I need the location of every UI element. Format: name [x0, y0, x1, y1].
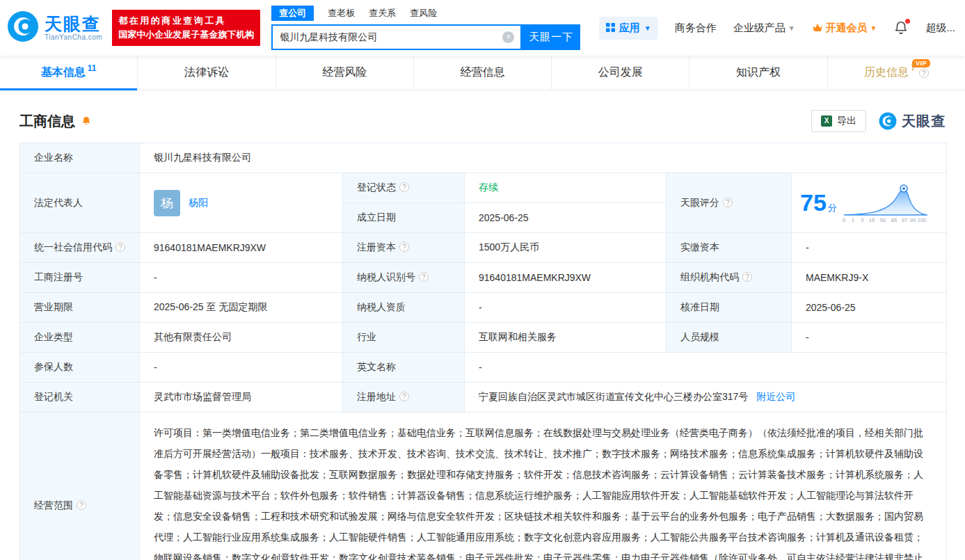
- field-label-company-type: 企业类型: [20, 323, 140, 353]
- field-label-reg-capital: 注册资本?: [343, 233, 465, 263]
- apps-grid-icon: [606, 22, 615, 34]
- help-icon[interactable]: ?: [399, 182, 409, 192]
- svg-text:1: 1: [852, 217, 854, 223]
- field-value-org-code: MAEMKRJ9-X: [792, 263, 947, 293]
- nav-open-vip[interactable]: 开通会员 ▼: [812, 22, 877, 35]
- field-value-company-type: 其他有限责任公司: [140, 323, 343, 353]
- table-row: 登记机关 灵武市市场监督管理局 注册地址? 宁夏回族自治区灵武市城区街道宣传文化…: [20, 383, 947, 413]
- field-value-taxpayer-quality: -: [465, 293, 667, 323]
- export-button[interactable]: X 导出: [811, 110, 866, 132]
- search-tab-relation[interactable]: 查关系: [369, 7, 396, 19]
- help-icon[interactable]: ?: [419, 272, 429, 282]
- notification-red-dot: [905, 19, 910, 24]
- field-label-approval-date: 核准日期: [667, 293, 792, 323]
- svg-text:50: 50: [880, 217, 886, 223]
- search-input[interactable]: [273, 26, 520, 49]
- legal-rep-link[interactable]: 杨阳: [189, 197, 208, 209]
- tianyancha-logo-icon: [7, 10, 39, 45]
- field-label-business-scope: 经营范围?: [20, 413, 140, 560]
- field-label-org-code: 组织机构代码?: [667, 263, 792, 293]
- field-label-reg-address: 注册地址?: [343, 383, 465, 413]
- field-label-reg-authority: 登记机关: [20, 383, 140, 413]
- field-label-legal-rep: 法定代表人: [20, 173, 140, 233]
- logo-title: 天眼查: [45, 15, 102, 34]
- top-nav: 应用 ▼ 商务合作 企业级产品 ▼ 开通会员 ▼ 超级...: [599, 17, 955, 40]
- crown-icon: [812, 22, 823, 34]
- tab-company-development[interactable]: 公司发展: [552, 56, 689, 90]
- excel-icon: X: [821, 115, 832, 127]
- field-label-credit-code: 统一社会信用代码?: [20, 233, 140, 263]
- field-value-english-name: -: [465, 353, 947, 383]
- chevron-down-icon: ▼: [788, 24, 795, 32]
- nav-super-vip[interactable]: 超级...: [925, 22, 955, 35]
- table-row: 经营范围? 许可项目：第一类增值电信业务；第二类增值电信业务；基础电信业务；互联…: [20, 413, 947, 560]
- search-tab-boss[interactable]: 查老板: [328, 7, 355, 19]
- help-icon[interactable]: ?: [742, 272, 752, 282]
- svg-text:0: 0: [843, 217, 845, 223]
- help-icon[interactable]: ?: [399, 392, 409, 401]
- field-label-taxpayer-id: 纳税人识别号?: [343, 263, 465, 293]
- help-icon[interactable]: ?: [399, 242, 409, 252]
- nav-business-cooperation[interactable]: 商务合作: [675, 22, 717, 35]
- tab-operation-info[interactable]: 经营信息: [414, 56, 552, 90]
- logo-subtitle: TianYanCha.com: [45, 33, 102, 41]
- tianyancha-logo[interactable]: 天眼查 TianYanCha.com: [7, 10, 102, 45]
- help-icon[interactable]: ?: [77, 500, 86, 510]
- nearby-companies-link[interactable]: 附近公司: [756, 391, 795, 402]
- apps-menu-button[interactable]: 应用 ▼: [599, 17, 658, 40]
- field-value-insured-count: -: [140, 353, 343, 383]
- company-detail-tabs: 基本信息11 法律诉讼 经营风险 经营信息 公司发展 知识产权 VIP 历史信息…: [0, 56, 965, 90]
- field-value-reg-capital: 1500万人民币: [465, 233, 667, 263]
- watermark-logo-text: 天眼查: [902, 112, 946, 131]
- svg-text:97: 97: [902, 217, 907, 223]
- legal-rep-avatar[interactable]: 杨: [154, 190, 180, 216]
- score-distribution-chart: 0 1 3 15 50 85 97 99 100: [841, 183, 930, 223]
- tab-basic-info[interactable]: 基本信息11: [0, 56, 138, 90]
- status-badge: 存续: [479, 182, 498, 193]
- slogan-badge: 都在用的商业查询工具 国家中小企业发展子基金旗下机构: [112, 10, 260, 46]
- svg-text:85: 85: [891, 217, 897, 223]
- help-icon[interactable]: ?: [723, 198, 733, 207]
- score-value: 75分: [800, 189, 837, 216]
- table-row: 工商注册号 - 纳税人识别号? 91640181MAEMKRJ9XW 组织机构代…: [20, 263, 947, 293]
- field-label-taxpayer-quality: 纳税人资质: [343, 293, 465, 323]
- subscribe-bell-icon[interactable]: [81, 115, 92, 127]
- table-row: 企业名称 银川九星科技有限公司: [20, 143, 947, 173]
- search-tab-company[interactable]: 查公司: [271, 6, 314, 21]
- chevron-down-icon: ▼: [644, 24, 651, 32]
- slogan-line1: 都在用的商业查询工具: [118, 14, 254, 28]
- tab-intellectual-property[interactable]: 知识产权: [689, 56, 827, 90]
- tianyancha-watermark-logo: 天眼查: [879, 112, 946, 131]
- tab-operation-risk[interactable]: 经营风险: [276, 56, 414, 90]
- search-tabs: 查公司 查老板 查关系 查风险: [271, 6, 580, 21]
- field-value-reg-number: -: [140, 263, 343, 293]
- search-input-wrap: ×: [271, 24, 522, 50]
- field-value-staff-size: -: [792, 323, 947, 353]
- field-label-english-name: 英文名称: [343, 353, 465, 383]
- table-row: 法定代表人 杨 杨阳 登记状态? 存续 天眼评分? 75分: [20, 173, 947, 203]
- help-icon[interactable]: ?: [919, 68, 929, 78]
- slogan-line2: 国家中小企业发展子基金旗下机构: [118, 28, 254, 42]
- business-info-table: 企业名称 银川九星科技有限公司 法定代表人 杨 杨阳 登记状态? 存续 天眼评分…: [19, 143, 947, 560]
- field-value-credit-code: 91640181MAEMKRJ9XW: [140, 233, 343, 263]
- field-label-company-name: 企业名称: [20, 143, 140, 173]
- notification-bell-icon[interactable]: [893, 20, 909, 35]
- field-value-reg-authority: 灵武市市场监督管理局: [140, 383, 343, 413]
- search-tab-risk[interactable]: 查风险: [410, 7, 437, 19]
- field-value-reg-status: 存续: [465, 173, 667, 203]
- svg-text:3: 3: [861, 217, 863, 223]
- apps-label: 应用: [619, 22, 640, 35]
- tab-legal-litigation[interactable]: 法律诉讼: [138, 56, 276, 90]
- search-button[interactable]: 天眼一下: [522, 24, 580, 50]
- nav-enterprise-products[interactable]: 企业级产品 ▼: [733, 22, 795, 35]
- svg-text:100: 100: [918, 217, 927, 223]
- help-icon[interactable]: ?: [115, 242, 125, 252]
- tab-count: 7: [911, 63, 916, 73]
- tab-count: 11: [88, 63, 97, 73]
- field-label-staff-size: 人员规模: [667, 323, 792, 353]
- field-value-score: 75分 0 1 3 15: [792, 173, 947, 233]
- section-title: 工商信息: [19, 112, 75, 131]
- tab-history-info[interactable]: VIP 历史信息7 ?: [828, 56, 965, 90]
- field-value-legal-rep: 杨 杨阳: [140, 173, 343, 233]
- chevron-down-icon: ▼: [870, 24, 877, 32]
